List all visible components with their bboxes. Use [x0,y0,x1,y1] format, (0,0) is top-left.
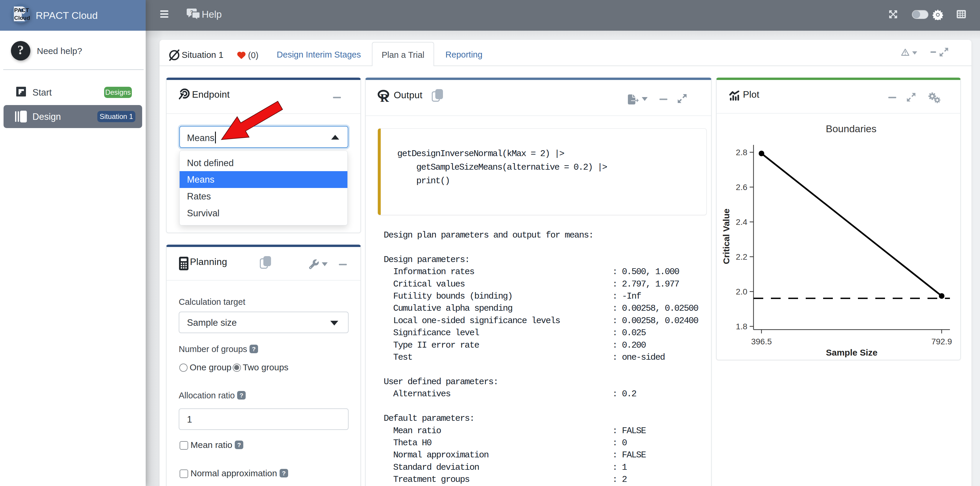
svg-text:792.9: 792.9 [931,337,952,346]
svg-text:Boundaries: Boundaries [826,123,877,134]
svg-text:2.4: 2.4 [736,217,747,226]
svg-text:396.5: 396.5 [751,337,772,346]
svg-text:1.8: 1.8 [736,322,747,331]
svg-text:?: ? [18,43,24,57]
svg-text:R: R [380,91,389,102]
svg-text:2.6: 2.6 [736,183,747,192]
svg-text:Critical Value: Critical Value [721,209,731,264]
svg-text:2.8: 2.8 [736,148,747,157]
svg-text:PACT: PACT [14,7,29,13]
svg-text:Sample Size: Sample Size [826,347,877,357]
svg-text:Cloud: Cloud [14,15,30,21]
svg-text:2.0: 2.0 [736,287,747,296]
svg-text:2.2: 2.2 [736,252,747,261]
